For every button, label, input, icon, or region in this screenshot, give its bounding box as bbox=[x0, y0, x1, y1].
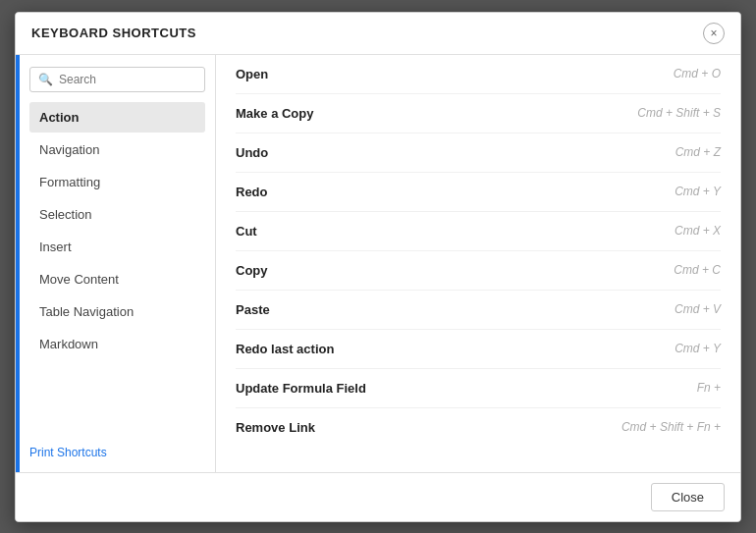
close-button[interactable]: Close bbox=[651, 483, 725, 511]
search-input[interactable] bbox=[59, 73, 196, 86]
shortcut-name: Undo bbox=[236, 145, 268, 160]
sidebar-item-action[interactable]: Action bbox=[29, 102, 205, 133]
table-row: Undo Cmd + Z bbox=[236, 133, 721, 173]
shortcut-key: Cmd + Y bbox=[675, 342, 721, 355]
shortcut-key: Cmd + Shift + Fn + bbox=[621, 420, 721, 434]
shortcut-key: Cmd + Shift + S bbox=[637, 106, 721, 120]
sidebar-item-formatting[interactable]: Formatting bbox=[29, 167, 205, 197]
shortcut-key: Cmd + O bbox=[674, 67, 721, 80]
table-row: Cut Cmd + X bbox=[236, 212, 721, 251]
table-row: Make a Copy Cmd + Shift + S bbox=[236, 94, 721, 133]
dialog-header: KEYBOARD SHORTCUTS × bbox=[16, 13, 740, 55]
shortcut-name: Remove Link bbox=[236, 420, 315, 435]
shortcut-name: Make a Copy bbox=[236, 106, 313, 121]
shortcut-key: Cmd + C bbox=[674, 263, 721, 277]
sidebar-item-move-content[interactable]: Move Content bbox=[29, 264, 205, 294]
shortcuts-content: Open Cmd + O Make a Copy Cmd + Shift + S… bbox=[216, 55, 740, 472]
shortcut-key: Cmd + Y bbox=[675, 185, 721, 198]
sidebar-item-selection[interactable]: Selection bbox=[29, 199, 205, 230]
dialog-footer: Close bbox=[16, 472, 740, 521]
sidebar-item-table-navigation[interactable]: Table Navigation bbox=[29, 296, 205, 327]
keyboard-shortcuts-dialog: KEYBOARD SHORTCUTS × 🔍 Action Navigation… bbox=[15, 12, 741, 522]
table-row: Redo last action Cmd + Y bbox=[236, 330, 721, 369]
table-row: Copy Cmd + C bbox=[236, 251, 721, 291]
print-shortcuts-link[interactable]: Print Shortcuts bbox=[29, 446, 107, 459]
shortcut-name: Copy bbox=[236, 263, 268, 278]
table-row: Remove Link Cmd + Shift + Fn + bbox=[236, 408, 721, 447]
search-icon: 🔍 bbox=[38, 73, 53, 86]
table-row: Open Cmd + O bbox=[236, 55, 721, 94]
sidebar-item-navigation[interactable]: Navigation bbox=[29, 134, 205, 165]
shortcut-name: Update Formula Field bbox=[236, 381, 366, 396]
table-row: Redo Cmd + Y bbox=[236, 173, 721, 212]
shortcut-name: Cut bbox=[236, 224, 257, 239]
sidebar: 🔍 Action Navigation Formatting Selection… bbox=[20, 55, 216, 472]
shortcut-name: Redo last action bbox=[236, 342, 334, 356]
close-x-icon: × bbox=[710, 27, 717, 39]
search-box[interactable]: 🔍 bbox=[29, 67, 205, 92]
sidebar-footer: Print Shortcuts bbox=[29, 433, 205, 460]
close-x-button[interactable]: × bbox=[703, 23, 725, 44]
sidebar-item-insert[interactable]: Insert bbox=[29, 232, 205, 262]
shortcut-name: Redo bbox=[236, 185, 268, 199]
shortcut-key: Cmd + X bbox=[675, 224, 721, 238]
table-row: Update Formula Field Fn + bbox=[236, 369, 721, 408]
shortcut-name: Open bbox=[236, 67, 268, 81]
shortcut-key: Fn + bbox=[697, 381, 721, 395]
shortcut-key: Cmd + V bbox=[675, 302, 721, 316]
shortcut-name: Paste bbox=[236, 302, 270, 317]
shortcut-key: Cmd + Z bbox=[675, 145, 721, 159]
dialog-body: 🔍 Action Navigation Formatting Selection… bbox=[16, 55, 740, 472]
table-row: Paste Cmd + V bbox=[236, 291, 721, 330]
dialog-title: KEYBOARD SHORTCUTS bbox=[31, 26, 196, 40]
sidebar-item-markdown[interactable]: Markdown bbox=[29, 329, 205, 359]
